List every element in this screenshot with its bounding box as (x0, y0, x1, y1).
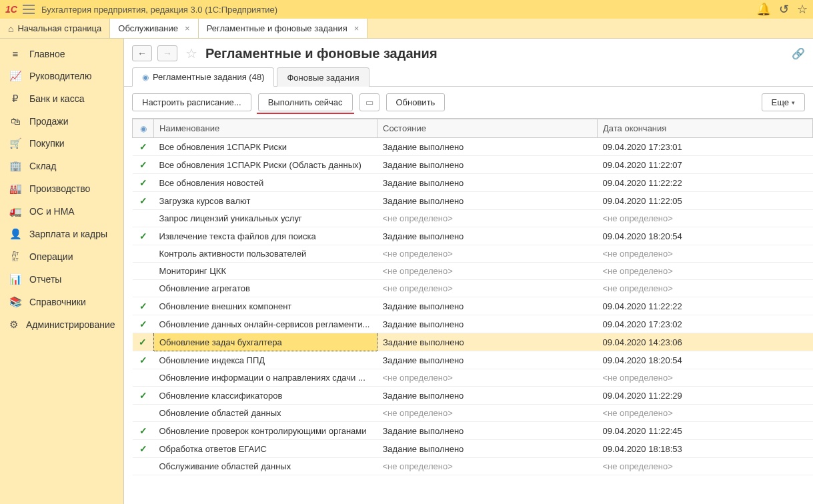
sidebar-item-label: Производство (29, 183, 90, 194)
check-icon: ✓ (139, 159, 147, 170)
star-icon[interactable]: ☆ (797, 2, 808, 17)
highlight-underline (257, 113, 354, 114)
table-row[interactable]: Контроль активности пользователей<не опр… (133, 245, 813, 263)
table-row[interactable]: ✓Загрузка курсов валютЗадание выполнено0… (133, 192, 813, 210)
status-cell: ✓ (133, 297, 154, 315)
tab-home[interactable]: ⌂ Начальная страница (0, 19, 110, 38)
globe-icon: ◉ (140, 124, 147, 133)
close-icon[interactable]: × (185, 23, 190, 33)
sidebar-item[interactable]: 👤Зарплата и кадры (0, 223, 123, 245)
table-row[interactable]: ✓Обработка ответов ЕГАИСЗадание выполнен… (133, 440, 813, 458)
table-row[interactable]: ✓Все обновления новостейЗадание выполнен… (133, 174, 813, 192)
sidebar-item[interactable]: 📈Руководителю (0, 65, 123, 87)
status-cell: ✓ (133, 333, 154, 351)
sidebar-item[interactable]: ≡Главное (0, 43, 123, 65)
date-cell: 09.04.2020 17:23:01 (598, 138, 813, 156)
sidebar: ≡Главное📈Руководителю₽Банк и касса🛍Прода… (0, 39, 123, 504)
sidebar-item[interactable]: ₽Банк и касса (0, 87, 123, 110)
column-enddate-header[interactable]: Дата окончания (598, 119, 813, 138)
table-row[interactable]: ✓Обновление внешних компонентЗадание вып… (133, 297, 813, 315)
sidebar-item[interactable]: 🛒Покупки (0, 132, 123, 155)
table-row[interactable]: Обслуживание областей данных<не определе… (133, 458, 813, 475)
subtab-background[interactable]: Фоновые задания (277, 67, 369, 87)
sidebar-item[interactable]: 📚Справочники (0, 291, 123, 313)
state-cell: <не определено> (377, 245, 598, 263)
hamburger-icon[interactable] (23, 5, 35, 14)
table-row[interactable]: ✓Обновление данных онлайн-сервисов регла… (133, 315, 813, 333)
more-button[interactable]: Еще (762, 93, 805, 111)
status-cell (133, 405, 154, 422)
sidebar-item[interactable]: ⚙Администрирование (0, 313, 123, 336)
link-icon[interactable]: 🔗 (792, 47, 805, 60)
date-cell: 09.04.2020 11:22:22 (598, 174, 813, 192)
sidebar-item[interactable]: 🏢Склад (0, 155, 123, 177)
table-row[interactable]: Обновление информации о направлениях сда… (133, 369, 813, 387)
table-row[interactable]: ✓Все обновления 1СПАРК Риски (Область да… (133, 156, 813, 174)
state-cell: <не определено> (377, 369, 598, 387)
jobs-table-container[interactable]: ◉ Наименование Состояние Дата окончания … (132, 118, 813, 504)
check-icon: ✓ (139, 355, 147, 365)
status-cell (133, 280, 154, 297)
table-row[interactable]: ✓Обновление задач бухгалтераЗадание выпо… (133, 333, 813, 351)
sidebar-item-label: Банк и касса (29, 93, 84, 104)
sidebar-item[interactable]: 📊Отчеты (0, 268, 123, 291)
column-status-header[interactable]: ◉ (133, 119, 154, 138)
sidebar-item[interactable]: 🏭Производство (0, 177, 123, 200)
nav-back-button[interactable]: ← (132, 45, 152, 61)
name-cell: Обновление областей данных (154, 405, 377, 422)
state-cell: Задание выполнено (377, 422, 598, 440)
state-cell: Задание выполнено (377, 351, 598, 369)
nav-forward-button[interactable]: → (157, 45, 177, 61)
sidebar-item[interactable]: 🚛ОС и НМА (0, 200, 123, 223)
sidebar-item-label: Продажи (29, 116, 68, 127)
table-row[interactable]: ✓Обновление индекса ППДЗадание выполнено… (133, 351, 813, 369)
table-row[interactable]: Мониторинг ЦКК<не определено><не определ… (133, 263, 813, 280)
state-cell: Задание выполнено (377, 192, 598, 210)
sidebar-item-icon: 🏭 (9, 183, 21, 195)
date-cell: <не определено> (598, 263, 813, 280)
name-cell: Загрузка курсов валют (154, 192, 377, 210)
subtab-scheduled[interactable]: ◉ Регламентные задания (48) (132, 67, 274, 87)
sidebar-item[interactable]: 🛍Продажи (0, 110, 123, 132)
app-logo-icon: 1C (5, 4, 17, 15)
sidebar-item[interactable]: ДтКтОперации (0, 245, 123, 268)
sidebar-item-label: ОС и НМА (29, 206, 75, 217)
schedule-button[interactable]: Настроить расписание... (132, 93, 251, 111)
table-row[interactable]: ✓Обновление проверок контролирующими орг… (133, 422, 813, 440)
sidebar-item-icon: ≡ (9, 48, 21, 59)
check-icon: ✓ (139, 425, 147, 436)
date-cell: 09.04.2020 11:22:22 (598, 297, 813, 315)
subtabs: ◉ Регламентные задания (48) Фоновые зада… (124, 67, 813, 87)
state-cell: Задание выполнено (377, 174, 598, 192)
date-cell: 09.04.2020 17:23:02 (598, 315, 813, 333)
table-row[interactable]: Обновление агрегатов<не определено><не о… (133, 280, 813, 297)
run-now-button[interactable]: Выполнить сейчас (258, 93, 353, 111)
state-cell: Задание выполнено (377, 156, 598, 174)
globe-icon: ◉ (142, 73, 149, 82)
check-icon: ✓ (139, 337, 147, 347)
refresh-button[interactable]: Обновить (386, 93, 446, 111)
table-row[interactable]: ✓Извлечение текста файлов для поискаЗада… (133, 227, 813, 245)
column-name-header[interactable]: Наименование (154, 119, 377, 138)
status-cell: ✓ (133, 315, 154, 333)
favorite-star-icon[interactable]: ☆ (185, 45, 197, 61)
table-row[interactable]: ✓Все обновления 1СПАРК РискиЗадание выпо… (133, 138, 813, 156)
sidebar-item-label: Склад (29, 161, 57, 171)
bell-icon[interactable]: 🔔 (756, 2, 771, 17)
view-mode-button[interactable]: ▭ (359, 93, 379, 111)
column-state-header[interactable]: Состояние (377, 119, 598, 138)
table-row[interactable]: Обновление областей данных<не определено… (133, 405, 813, 422)
tab-scheduled-jobs[interactable]: Регламентные и фоновые задания × (199, 19, 368, 38)
sidebar-item-icon: 🛍 (9, 115, 21, 127)
tab-maintenance[interactable]: Обслуживание × (110, 19, 198, 38)
table-row[interactable]: ✓Обновление классификаторовЗадание выпол… (133, 387, 813, 405)
name-cell: Обновление информации о направлениях сда… (154, 369, 377, 387)
state-cell: Задание выполнено (377, 333, 598, 351)
table-row[interactable]: Запрос лицензий уникальных услуг<не опре… (133, 210, 813, 227)
sidebar-item-icon: 👤 (9, 228, 21, 240)
close-icon[interactable]: × (354, 23, 359, 33)
date-cell: 09.04.2020 11:22:07 (598, 156, 813, 174)
sidebar-item-icon: 📊 (9, 273, 21, 285)
name-cell: Контроль активности пользователей (154, 245, 377, 263)
history-icon[interactable]: ↺ (779, 2, 789, 17)
